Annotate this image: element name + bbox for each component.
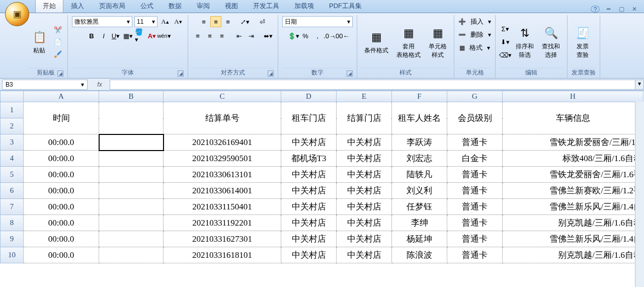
header-cell[interactable]: [99, 102, 164, 134]
decrease-decimal-button[interactable]: .00←: [336, 30, 347, 41]
header-cell[interactable]: 车辆信息: [503, 102, 643, 134]
shrink-font-button[interactable]: A▾: [173, 16, 184, 27]
cell[interactable]: 任梦钰: [392, 199, 447, 215]
close-button[interactable]: ✕: [630, 6, 639, 13]
minimize-button[interactable]: ━: [604, 6, 613, 13]
align-middle-button[interactable]: ≡: [210, 16, 221, 27]
cell[interactable]: [99, 183, 164, 199]
cell[interactable]: 刘宏志: [392, 151, 447, 167]
row-header[interactable]: 2: [1, 118, 24, 134]
cell[interactable]: [99, 199, 164, 215]
tab-review[interactable]: 审阅: [189, 0, 217, 13]
cell[interactable]: 20210331618101: [164, 247, 281, 263]
font-launcher[interactable]: ◢: [178, 70, 184, 77]
clear-button[interactable]: ⌫▾: [500, 50, 511, 61]
cell[interactable]: 陈浪波: [392, 247, 447, 263]
fx-button[interactable]: fx: [90, 81, 110, 88]
row-header[interactable]: 4: [1, 151, 24, 167]
underline-button[interactable]: U▾: [110, 30, 121, 41]
spreadsheet-grid[interactable]: A B C D E F G H 1时间结算单号租车门店结算门店租车人姓名会员级别…: [0, 91, 644, 287]
tab-formulas[interactable]: 公式: [133, 0, 161, 13]
row-header[interactable]: 8: [1, 215, 24, 231]
format-painter-button[interactable]: 🖌️: [52, 49, 63, 60]
cell[interactable]: 中关村店: [337, 231, 392, 247]
cell[interactable]: 雪佛兰新赛欧/三厢/1.2手: [503, 183, 643, 199]
cell[interactable]: 中关村店: [281, 199, 337, 215]
row-header[interactable]: 1: [1, 102, 24, 118]
cell[interactable]: 20210326169401: [164, 134, 281, 151]
cell[interactable]: 中关村店: [337, 215, 392, 231]
cell[interactable]: 普通卡: [447, 134, 503, 151]
cell[interactable]: 雪铁龙爱丽舍/三厢/1.6手: [503, 167, 643, 183]
cell[interactable]: 20210330613101: [164, 167, 281, 183]
col-header-C[interactable]: C: [164, 91, 281, 102]
align-top-button[interactable]: ≡: [198, 16, 209, 27]
col-header-D[interactable]: D: [281, 91, 337, 102]
col-header-H[interactable]: H: [503, 91, 643, 102]
cell[interactable]: 00:00.0: [24, 215, 99, 231]
header-cell[interactable]: 结算门店: [337, 102, 392, 134]
cell[interactable]: 20210331627301: [164, 231, 281, 247]
autosum-button[interactable]: Σ▾: [500, 24, 511, 35]
header-cell[interactable]: 租车门店: [281, 102, 337, 134]
align-launcher[interactable]: ◢: [268, 70, 274, 77]
cell[interactable]: 20210331150401: [164, 199, 281, 215]
format-button[interactable]: 格式: [467, 42, 485, 53]
tab-pagelayout[interactable]: 页面布局: [92, 0, 133, 13]
cell[interactable]: 20210331192201: [164, 215, 281, 231]
cell[interactable]: [99, 231, 164, 247]
cell[interactable]: 00:00.0: [24, 199, 99, 215]
header-cell[interactable]: 租车人姓名: [392, 102, 447, 134]
formula-expand-button[interactable]: ▾: [635, 80, 644, 90]
paste-button[interactable]: 📋 粘贴: [28, 27, 50, 57]
cell[interactable]: 普通卡: [447, 167, 503, 183]
percent-button[interactable]: %: [300, 30, 311, 41]
row-header[interactable]: 9: [1, 231, 24, 247]
cell[interactable]: 标致408/三厢/1.6自动: [503, 151, 643, 167]
cell[interactable]: 普通卡: [447, 247, 503, 263]
cell[interactable]: 中关村店: [281, 134, 337, 151]
office-button[interactable]: ▣: [5, 2, 29, 26]
cell[interactable]: 雪佛兰新乐风/三厢/1.4自: [503, 231, 643, 247]
cell[interactable]: 都机场T3: [281, 151, 337, 167]
name-box[interactable]: B3▾: [2, 80, 88, 90]
cell[interactable]: 普通卡: [447, 231, 503, 247]
cell-styles-button[interactable]: ▦单元格 样式: [426, 23, 450, 61]
tab-view[interactable]: 视图: [217, 0, 246, 13]
restore-button[interactable]: ▢: [617, 6, 626, 13]
cell[interactable]: [99, 167, 164, 183]
col-header-G[interactable]: G: [447, 91, 503, 102]
cell[interactable]: 00:00.0: [24, 167, 99, 183]
cell[interactable]: 中关村店: [337, 199, 392, 215]
row-header[interactable]: 3: [1, 134, 24, 151]
cut-button[interactable]: ✂️: [52, 25, 63, 36]
align-bottom-button[interactable]: ≡: [222, 16, 233, 27]
cell[interactable]: [99, 215, 164, 231]
cell[interactable]: 00:00.0: [24, 247, 99, 263]
phonetic-button[interactable]: wén▾: [158, 30, 170, 41]
row-header[interactable]: 7: [1, 199, 24, 215]
cell[interactable]: 中关村店: [281, 247, 337, 263]
cell[interactable]: 李跃涛: [392, 134, 447, 151]
format-table-button[interactable]: ▦套用 表格格式: [393, 23, 424, 61]
find-select-button[interactable]: 🔍查找和 选择: [539, 23, 563, 61]
cell[interactable]: 陆轶凡: [392, 167, 447, 183]
row-header[interactable]: 10: [1, 247, 24, 263]
cell[interactable]: 20210330614001: [164, 183, 281, 199]
font-name-selector[interactable]: 微软雅黑▾: [72, 16, 132, 27]
cell[interactable]: 中关村店: [337, 167, 392, 183]
accounting-button[interactable]: 💲▾: [288, 30, 299, 41]
cell[interactable]: 别克凯越/三厢/1.6自动: [503, 215, 643, 231]
cell[interactable]: 杨延坤: [392, 231, 447, 247]
cell[interactable]: 刘义利: [392, 183, 447, 199]
vertical-scrollbar[interactable]: [635, 102, 644, 287]
tab-pdftools[interactable]: PDF工具集: [321, 0, 369, 13]
header-cell[interactable]: 结算单号: [164, 102, 281, 134]
orientation-button[interactable]: ⤢▾: [239, 16, 251, 27]
merge-center-button[interactable]: ⬌▾: [263, 30, 274, 41]
conditional-format-button[interactable]: ▦条件格式: [361, 27, 391, 57]
grow-font-button[interactable]: A▴: [159, 16, 171, 27]
cell[interactable]: 雪铁龙新爱丽舍/三厢/1.6: [503, 134, 643, 151]
cell[interactable]: 普通卡: [447, 215, 503, 231]
cell[interactable]: 中关村店: [337, 183, 392, 199]
